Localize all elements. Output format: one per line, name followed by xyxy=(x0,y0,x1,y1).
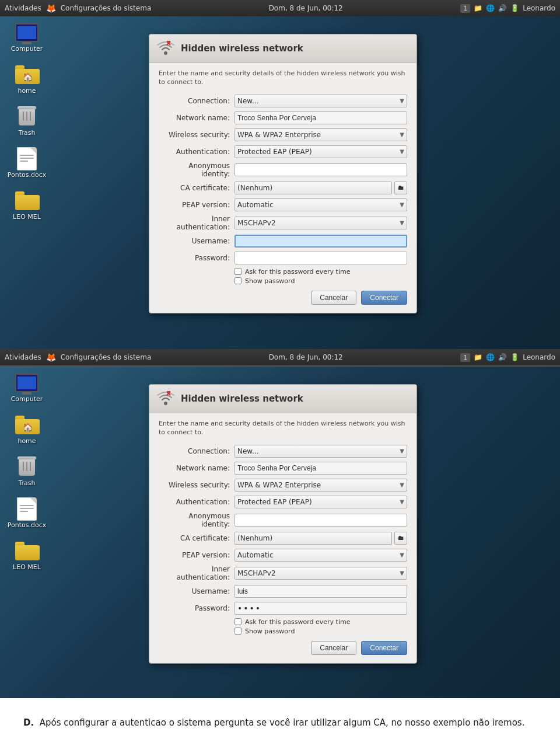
connect-button-1[interactable]: Conectar xyxy=(361,291,407,305)
desktop-icon-leamel-2[interactable]: LEO MEL xyxy=(6,541,48,571)
peap-select-1[interactable]: Automatic ▼ xyxy=(235,198,407,211)
app-name[interactable]: Configurações do sistema xyxy=(61,4,152,12)
auth-select-1[interactable]: Protected EAP (PEAP) ▼ xyxy=(235,145,407,158)
dialog-2-titlebar: Hidden wireless network xyxy=(149,385,416,413)
network-name-input-2[interactable] xyxy=(235,462,407,475)
peap-select-2[interactable]: Automatic ▼ xyxy=(235,549,407,562)
password-input-1[interactable] xyxy=(235,252,407,264)
username-input-1[interactable] xyxy=(235,235,407,248)
battery-icon-2[interactable]: 🔋 xyxy=(510,353,519,361)
password-display-2[interactable]: •••• xyxy=(235,602,407,615)
ask-password-checkbox-1[interactable] xyxy=(235,268,242,275)
connection-row-1: Connection: New... ▼ xyxy=(159,94,407,108)
show-password-checkbox-1[interactable] xyxy=(235,277,242,284)
dialog-1-buttons: Cancelar Conectar xyxy=(159,291,407,305)
trash-label: Trash xyxy=(18,129,35,137)
desktop-icons-1: Computer 🏠 home xyxy=(6,22,48,221)
volume-icon-2[interactable]: 🔊 xyxy=(498,353,507,361)
desktop-icon-trash[interactable]: Trash xyxy=(6,106,48,137)
firefox-icon[interactable]: 🦊 xyxy=(46,4,56,13)
username-input-2[interactable] xyxy=(235,585,407,598)
connection-select-1[interactable]: New... ▼ xyxy=(235,95,407,107)
ask-password-label-1: Ask for this password every time xyxy=(245,268,350,276)
auth-select-2[interactable]: Protected EAP (PEAP) ▼ xyxy=(235,496,407,508)
network-name-label-1: Network name: xyxy=(159,114,235,122)
workspace-indicator[interactable]: 1 xyxy=(460,4,470,13)
anon-id-input-1[interactable] xyxy=(235,163,407,176)
desktop-icon-computer-2[interactable]: Computer xyxy=(6,372,48,403)
password-label-1: Password: xyxy=(159,254,235,262)
app-name-2[interactable]: Configurações do sistema xyxy=(61,353,152,361)
user-menu-2[interactable]: Leonardo xyxy=(523,353,555,361)
connect-button-2[interactable]: Conectar xyxy=(361,641,407,655)
ca-cert-browse-1[interactable]: 🖿 xyxy=(394,182,407,194)
network-name-row-2: Network name: xyxy=(159,461,407,475)
wireless-sec-select-2[interactable]: WPA & WPA2 Enterprise ▼ xyxy=(235,479,407,492)
password-row-2: Password: •••• xyxy=(159,601,407,615)
connection-select-2[interactable]: New... ▼ xyxy=(235,445,407,458)
ca-cert-label-1: CA certificate: xyxy=(159,184,235,192)
wireless-sec-arrow-2: ▼ xyxy=(400,482,404,488)
folder-icon-topbar[interactable]: 📁 xyxy=(474,4,482,12)
show-password-checkbox-2[interactable] xyxy=(235,628,242,635)
anon-id-label-2: Anonymous identity: xyxy=(159,512,235,528)
inner-auth-label-1: Inner authentication: xyxy=(159,215,235,231)
password-row-1: Password: xyxy=(159,251,407,265)
network-name-input-1[interactable] xyxy=(235,111,407,124)
ca-cert-select-1[interactable]: (Nenhum) xyxy=(235,182,392,194)
anon-id-label-1: Anonymous identity: xyxy=(159,162,235,178)
connection-label-2: Connection: xyxy=(159,447,235,455)
auth-arrow-1: ▼ xyxy=(400,148,404,155)
desktop-2: Computer 🏠 home xyxy=(0,365,560,698)
battery-icon[interactable]: 🔋 xyxy=(510,4,519,12)
ca-cert-browse-2[interactable]: 🖿 xyxy=(394,532,407,545)
home-label-2: home xyxy=(18,437,36,445)
bottom-paragraph: D. Após configurar a autenticao o sistem… xyxy=(23,716,537,730)
network-icon[interactable]: 🌐 xyxy=(486,4,495,12)
firefox-icon-2[interactable]: 🦊 xyxy=(46,353,56,362)
activities-button[interactable]: Atividades xyxy=(5,4,41,12)
topbar-1: Atividades 🦊 Configurações do sistema Do… xyxy=(0,0,560,16)
desktop-icon-leamel[interactable]: LEO MEL xyxy=(6,190,48,221)
inner-auth-select-1[interactable]: MSCHAPv2 ▼ xyxy=(235,217,407,229)
auth-arrow-2: ▼ xyxy=(400,499,404,505)
desktop-icon-home-2[interactable]: 🏠 home xyxy=(6,414,48,445)
pontos-label-2: Pontos.docx xyxy=(8,521,46,529)
dialog-2-buttons: Cancelar Conectar xyxy=(159,641,407,655)
auth-row-1: Authentication: Protected EAP (PEAP) ▼ xyxy=(159,145,407,159)
cancel-button-2[interactable]: Cancelar xyxy=(311,641,356,655)
show-password-label-2: Show password xyxy=(245,628,295,635)
folder-icon-topbar-2[interactable]: 📁 xyxy=(474,353,482,361)
wireless-sec-select-1[interactable]: WPA & WPA2 Enterprise ▼ xyxy=(235,128,407,141)
activities-button-2[interactable]: Atividades xyxy=(5,353,41,361)
network-name-row-1: Network name: xyxy=(159,111,407,125)
svg-point-4 xyxy=(164,402,167,405)
wireless-sec-row-2: Wireless security: WPA & WPA2 Enterprise… xyxy=(159,478,407,492)
bottom-section: D. Após configurar a autenticao o sistem… xyxy=(0,698,560,732)
desktop-icon-trash-2[interactable]: Trash xyxy=(6,456,48,487)
ca-cert-row-1: CA certificate: (Nenhum) 🖿 xyxy=(159,181,407,195)
username-row-1: Username: xyxy=(159,234,407,248)
inner-auth-select-2[interactable]: MSCHAPv2 ▼ xyxy=(235,567,407,580)
volume-icon[interactable]: 🔊 xyxy=(498,4,507,12)
computer-label-2: Computer xyxy=(11,395,43,403)
ask-password-checkbox-2[interactable] xyxy=(235,618,242,625)
dialog-2-desc: Enter the name and security details of t… xyxy=(159,419,407,437)
desktop-icon-computer[interactable]: Computer xyxy=(6,22,48,53)
wireless-sec-label-2: Wireless security: xyxy=(159,481,235,489)
workspace-indicator-2[interactable]: 1 xyxy=(460,353,470,362)
network-name-label-2: Network name: xyxy=(159,464,235,472)
desktop-icon-pontos-2[interactable]: Pontos.docx xyxy=(6,499,48,529)
network-icon-2[interactable]: 🌐 xyxy=(486,353,495,361)
ca-cert-select-2[interactable]: (Nenhum) xyxy=(235,532,392,545)
user-menu[interactable]: Leonardo xyxy=(523,4,555,12)
auth-row-2: Authentication: Protected EAP (PEAP) ▼ xyxy=(159,495,407,509)
svg-point-0 xyxy=(164,51,167,55)
cancel-button-1[interactable]: Cancelar xyxy=(311,291,356,305)
ask-password-label-2: Ask for this password every time xyxy=(245,618,350,626)
desktop-icon-home[interactable]: 🏠 home xyxy=(6,64,48,95)
desktop-icon-pontos[interactable]: Pontos.docx xyxy=(6,148,48,179)
datetime: Dom, 8 de Jun, 00:12 xyxy=(269,4,343,12)
anon-id-input-2[interactable] xyxy=(235,514,407,527)
wireless-icon-2 xyxy=(155,388,176,409)
